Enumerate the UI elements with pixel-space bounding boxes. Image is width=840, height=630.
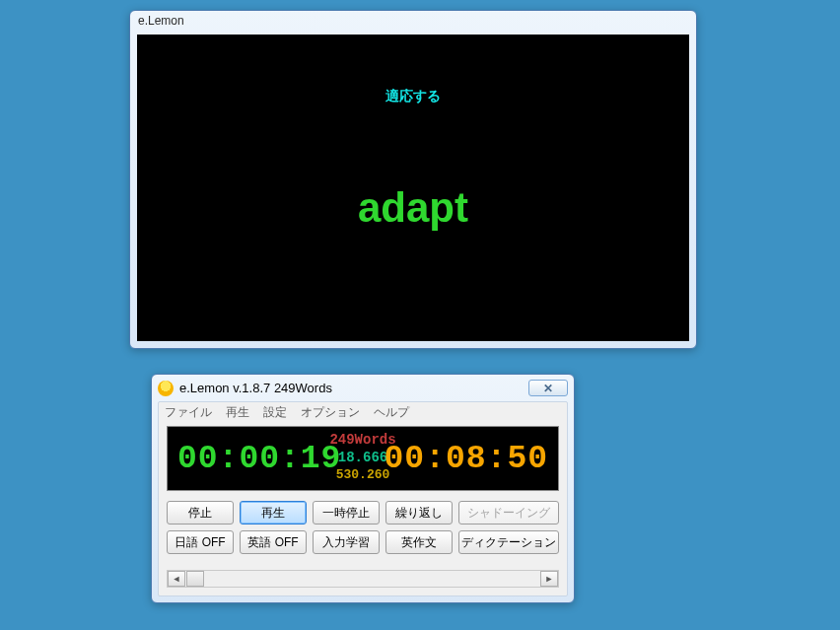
en-off-button[interactable]: 英語 OFF <box>240 530 307 554</box>
menu-file[interactable]: ファイル <box>165 404 212 421</box>
display-window-title: e.Lemon <box>130 11 696 33</box>
scroll-right-button[interactable]: ► <box>540 571 558 587</box>
total-time: 00:08:50 <box>385 441 548 477</box>
scroll-left-button[interactable]: ◄ <box>168 571 185 587</box>
app-icon <box>158 381 174 396</box>
menu-bar: ファイル 再生 設定 オプション ヘルプ <box>159 402 567 422</box>
control-window: e.Lemon v.1.8.7 249Words ✕ ファイル 再生 設定 オプ… <box>151 374 575 603</box>
japanese-text: 適応する <box>137 88 689 105</box>
close-button[interactable]: ✕ <box>528 380 568 396</box>
dictation-button[interactable]: ディクテーション <box>458 530 559 554</box>
horizontal-scrollbar[interactable]: ◄ ► <box>167 570 559 588</box>
input-study-button[interactable]: 入力学習 <box>313 530 380 554</box>
english-text: adapt <box>137 184 689 232</box>
button-grid: 停止 再生 一時停止 繰り返し シャドーイング 日語 OFF 英語 OFF 入力… <box>167 501 559 554</box>
display-canvas: 適応する adapt <box>137 35 689 341</box>
control-window-title: e.Lemon v.1.8.7 249Words <box>179 381 332 395</box>
menu-help[interactable]: ヘルプ <box>374 404 409 421</box>
repeat-button[interactable]: 繰り返し <box>385 501 453 525</box>
jp-off-button[interactable]: 日語 OFF <box>167 530 234 554</box>
control-body: ファイル 再生 設定 オプション ヘルプ 00:00:19 249Words 1… <box>158 401 568 596</box>
menu-options[interactable]: オプション <box>301 404 360 421</box>
menu-play[interactable]: 再生 <box>226 404 249 421</box>
close-icon: ✕ <box>543 382 553 395</box>
pause-button[interactable]: 一時停止 <box>313 501 380 525</box>
menu-settings[interactable]: 設定 <box>263 404 287 421</box>
shadowing-button[interactable]: シャドーイング <box>458 501 559 525</box>
meter-panel: 00:00:19 249Words 18.666 530.260 00:08:5… <box>167 426 559 491</box>
display-window: e.Lemon 適応する adapt <box>129 10 697 349</box>
play-button[interactable]: 再生 <box>240 501 307 525</box>
composition-button[interactable]: 英作文 <box>385 530 453 554</box>
scroll-thumb[interactable] <box>186 571 204 587</box>
scroll-track[interactable] <box>185 571 540 587</box>
stop-button[interactable]: 停止 <box>167 501 234 525</box>
control-titlebar[interactable]: e.Lemon v.1.8.7 249Words ✕ <box>152 375 574 401</box>
